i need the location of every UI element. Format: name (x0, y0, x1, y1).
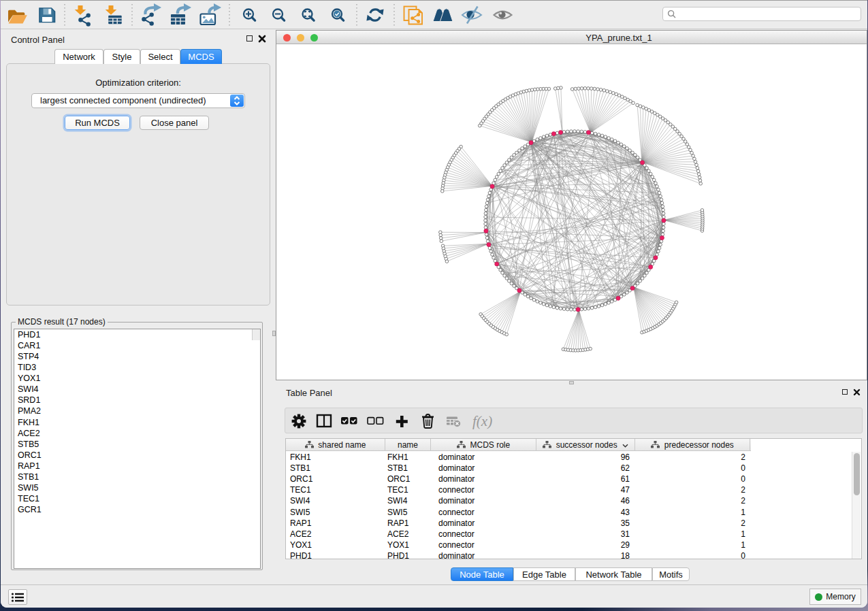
svg-text:f(x): f(x) (472, 413, 492, 429)
